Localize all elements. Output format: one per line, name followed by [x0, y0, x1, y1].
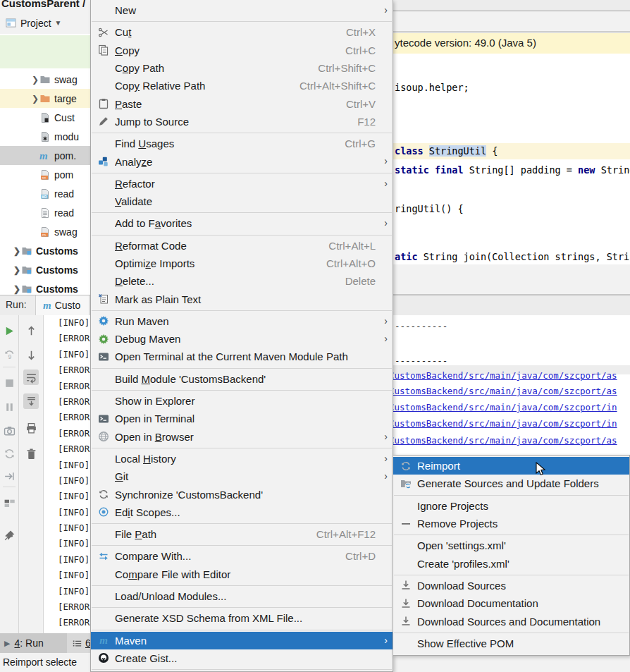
menu-item-show-in-explorer[interactable]: Show in Explorer — [91, 392, 393, 410]
menu-item-compare-with[interactable]: Compare With...Ctrl+D — [91, 547, 393, 565]
tab-run[interactable]: ▶ 4: Run — [0, 633, 67, 653]
clear-all-button[interactable] — [23, 446, 39, 461]
console-file-link[interactable]: CustomsBackend/src/main/java/com/szcport… — [393, 435, 617, 446]
menu-item-jump-to-source[interactable]: Jump to SourceF12 — [91, 113, 393, 130]
menu-item-reimport[interactable]: Reimport — [393, 457, 629, 475]
console-line: [INFO] — [44, 473, 90, 489]
menu-item-open-settings-xml[interactable]: Open 'settings.xml' — [393, 537, 629, 554]
menu-item-generate-sources-and-update-folders[interactable]: Generate Sources and Update Folders — [393, 475, 629, 492]
menu-item-git[interactable]: Git› — [91, 468, 393, 485]
menu-item-cut[interactable]: CutCtrl+X — [91, 23, 393, 41]
console-file-link[interactable]: CustomsBackend/src/main/java/com/szcport… — [393, 386, 617, 396]
tree-item-modu[interactable]: modu — [0, 127, 90, 146]
project-tool-header[interactable]: Project ▼ — [0, 12, 90, 34]
blank-icon — [399, 558, 413, 569]
menu-item-maven[interactable]: mMaven› — [91, 632, 393, 649]
menu-item-copy-relative-path[interactable]: Copy Relative PathCtrl+Alt+Shift+C — [91, 77, 393, 94]
menu-item-reformat-code[interactable]: Reformat CodeCtrl+Alt+L — [91, 237, 393, 255]
pause-output-button[interactable] — [1, 399, 17, 415]
scroll-to-end-button[interactable] — [23, 393, 39, 409]
tree-item-customs[interactable]: ❯Customs — [0, 279, 90, 295]
chevron-right-icon[interactable]: ❯ — [13, 284, 21, 294]
menu-item-edit-scopes[interactable]: Edit Scopes... — [91, 503, 393, 521]
console-file-link[interactable]: CustomsBackend/src/main/java/com/szcport… — [393, 402, 617, 413]
pin-button[interactable] — [1, 527, 17, 543]
menu-item-download-documentation[interactable]: Download Documentation — [393, 594, 629, 612]
tree-item-targe[interactable]: ❯targe — [0, 89, 90, 108]
tree-item-customs[interactable]: ❯Customs — [0, 241, 90, 260]
chevron-right-icon[interactable]: ❯ — [31, 75, 39, 85]
menu-item-new[interactable]: New› — [91, 1, 393, 19]
prev-message-button[interactable] — [23, 323, 39, 338]
menu-item-analyze[interactable]: Analyze› — [91, 152, 393, 170]
menu-item-compare-file-with-editor[interactable]: Compare File with Editor — [91, 566, 393, 583]
blank-icon — [97, 591, 111, 602]
tree-item-swag[interactable]: <>swag — [0, 222, 90, 241]
menu-item-validate[interactable]: Validate — [91, 193, 393, 210]
menu-item-run-maven[interactable]: Run Maven› — [91, 312, 393, 330]
menu-item-generate-xsd-schema-from-xml-file[interactable]: Generate XSD Schema from XML File... — [91, 609, 393, 627]
tree-item-swag[interactable]: ❯swag — [0, 70, 90, 89]
menu-item-copy[interactable]: CopyCtrl+C — [91, 42, 393, 59]
menu-item-synchronize-customsbackend[interactable]: Synchronize 'CustomsBackend' — [91, 485, 393, 503]
layout-button[interactable] — [1, 495, 17, 511]
menu-item-mark-as-plain-text[interactable]: Mark as Plain Text — [91, 290, 393, 307]
menu-item-add-to-favorites[interactable]: Add to Favorites› — [91, 214, 393, 232]
menu-item-find-usages[interactable]: Find UsagesCtrl+G — [91, 135, 393, 152]
menu-item-open-terminal-at-the-current-maven-module-path[interactable]: Open Terminal at the Current Maven Modul… — [91, 348, 393, 365]
snapshot-button[interactable] — [1, 423, 17, 439]
menu-item-build-module-customsbackend[interactable]: Build Module 'CustomsBackend' — [91, 370, 393, 388]
chevron-right-icon[interactable]: ❯ — [13, 265, 21, 275]
print-button[interactable] — [23, 420, 39, 436]
next-message-button[interactable] — [23, 347, 39, 362]
folder-icon — [39, 74, 51, 85]
chevron-right-icon[interactable]: ❯ — [13, 246, 21, 256]
rerun-button[interactable]: 9 — [1, 347, 17, 362]
chevron-right-icon[interactable]: ❯ — [31, 94, 39, 104]
run-config-tab[interactable]: m Custo — [35, 295, 90, 315]
file-xml-icon: <> — [39, 226, 51, 238]
menu-item-refactor[interactable]: Refactor› — [91, 175, 393, 193]
run-button[interactable] — [1, 323, 17, 338]
tree-item-cust[interactable]: Cust — [0, 108, 90, 127]
console-file-link[interactable]: CustomsBackend/src/main/java/com/szcport… — [393, 418, 617, 429]
blank-icon — [97, 258, 111, 269]
tree-item-pom[interactable]: mpom. — [0, 146, 90, 165]
editor-code[interactable]: isoup.helper;class StringUtil {static fi… — [393, 54, 630, 264]
restart-button[interactable] — [1, 446, 17, 461]
menu-item-file-path[interactable]: File PathCtrl+Alt+F12 — [91, 525, 393, 543]
menu-item-debug-maven[interactable]: Debug Maven› — [91, 330, 393, 348]
menu-item-label: New — [115, 4, 376, 16]
tree-item-read[interactable]: MDread — [0, 184, 90, 203]
console-file-link[interactable]: CustomsBackend/src/main/java/com/szcport… — [393, 370, 617, 381]
menu-item-download-sources[interactable]: Download Sources — [393, 577, 629, 594]
tree-item-read[interactable]: read — [0, 203, 90, 222]
tree-item-pom[interactable]: <>pom — [0, 165, 90, 184]
menu-item-copy-path[interactable]: Copy PathCtrl+Shift+C — [91, 59, 393, 77]
console-line: [INFO] — [44, 489, 90, 504]
menu-item-ignore-projects[interactable]: Ignore Projects — [393, 497, 629, 515]
file-text-icon — [39, 207, 51, 219]
menu-item-label: Run Maven — [115, 315, 376, 327]
soft-wrap-button[interactable] — [23, 369, 39, 385]
menu-item-open-in-browser[interactable]: Open in Browser› — [91, 428, 393, 446]
menu-item-paste[interactable]: PasteCtrl+V — [91, 94, 393, 112]
stop-button[interactable] — [1, 375, 17, 391]
menu-item-local-history[interactable]: Local History› — [91, 450, 393, 468]
menu-item-show-effective-pom[interactable]: Show Effective POM — [393, 635, 629, 652]
terminal-icon — [97, 351, 111, 362]
menu-item-open-in-terminal[interactable]: Open in Terminal — [91, 410, 393, 427]
menu-item-load-unload-modules[interactable]: Load/Unload Modules... — [91, 587, 393, 605]
menu-item-label: File Path — [115, 528, 302, 540]
tree-item-customs[interactable]: ❯Customs — [0, 260, 90, 279]
plaintext-icon — [97, 293, 111, 305]
menu-item-remove-projects[interactable]: Remove Projects — [393, 515, 629, 532]
menu-item-delete[interactable]: Delete...Delete — [91, 272, 393, 290]
menu-item-create-profiles-xml[interactable]: Create 'profiles.xml' — [393, 554, 629, 572]
menu-item-optimize-imports[interactable]: Optimize ImportsCtrl+Alt+O — [91, 255, 393, 272]
menu-item-create-gist[interactable]: Create Gist... — [91, 649, 393, 667]
menu-item-download-sources-and-documentation[interactable]: Download Sources and Documentation — [393, 612, 629, 630]
menu-item-label: Open Terminal at the Current Maven Modul… — [115, 350, 376, 362]
jump-button[interactable] — [1, 468, 17, 484]
svg-text:MD: MD — [42, 194, 47, 198]
